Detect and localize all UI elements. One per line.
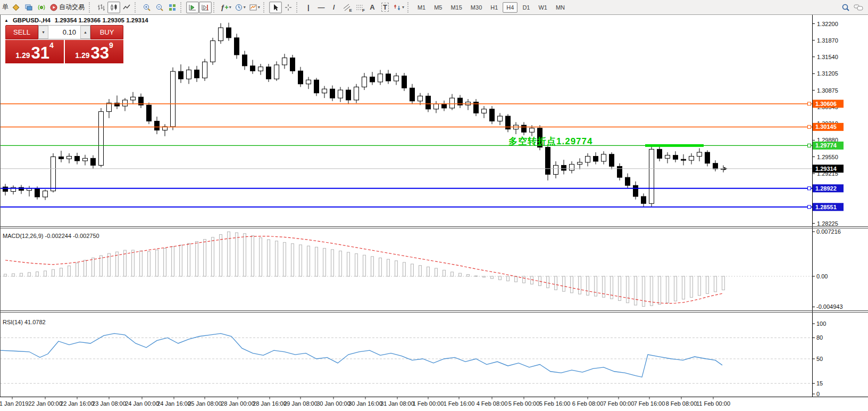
channel-tool-button[interactable]: E: [340, 2, 353, 13]
gold-diamond-button[interactable]: [10, 2, 22, 13]
macd-bar: [371, 257, 374, 276]
buy-price-prefix: 1.29: [75, 51, 89, 60]
collapse-chart-icon[interactable]: ▲: [4, 18, 9, 23]
label-tool-button[interactable]: T: [379, 2, 391, 13]
bear-candle: [402, 76, 407, 88]
chevron-down-icon: ▾: [258, 5, 260, 10]
bear-candle: [426, 96, 431, 109]
timeframe-d1-button[interactable]: D1: [519, 2, 533, 13]
line-chart-button[interactable]: [120, 2, 133, 13]
line-chart-icon: [122, 3, 131, 12]
buy-price-panel[interactable]: 1.29 33 9: [65, 40, 123, 63]
bear-candle: [713, 163, 718, 169]
volume-decrease-button[interactable]: ▼: [38, 26, 48, 39]
macd-bar: [435, 268, 438, 276]
tile-windows-button[interactable]: [166, 2, 179, 13]
search-button[interactable]: [839, 2, 852, 13]
chat-button[interactable]: [852, 2, 865, 13]
zoom-in-button[interactable]: [140, 2, 153, 13]
pivot-trendline-segment[interactable]: [645, 144, 704, 147]
candlestick-chart-button[interactable]: [107, 2, 120, 13]
chart-shift-button[interactable]: [199, 2, 212, 13]
pivot-annotation-text[interactable]: 多空转折点1.29774: [508, 135, 592, 147]
macd-bar: [650, 276, 653, 306]
macd-bar: [260, 238, 262, 276]
macd-bar: [315, 247, 318, 276]
volume-spinner: ▼ ▲: [38, 25, 90, 39]
sell-price-panel[interactable]: 1.29 31 4: [5, 40, 64, 63]
macd-bar: [387, 259, 390, 276]
chart-canvas[interactable]: 1.322001.318701.315401.312051.308751.305…: [0, 15, 868, 411]
one-click-trading-panel: SELL ▼ ▲ BUY 1.29 31 4 1.29 33 9: [5, 25, 123, 63]
sell-button[interactable]: SELL: [5, 25, 38, 39]
trendline-icon: /: [333, 3, 335, 11]
bear-candle: [35, 188, 40, 197]
buy-price-pip: 9: [109, 41, 113, 50]
vertical-line-tool-button[interactable]: |: [302, 2, 315, 13]
label-tool-icon: T: [381, 3, 389, 12]
crosshair-button[interactable]: [282, 2, 295, 13]
price-tick-label: 1.31540: [817, 54, 838, 60]
cursor-button[interactable]: [269, 2, 282, 13]
time-tick-label: 31 Jan 08:00: [380, 400, 414, 407]
timeframe-h4-button[interactable]: H4: [503, 2, 518, 13]
horizontal-line-tool-button[interactable]: —: [315, 2, 328, 13]
new-order-label[interactable]: 单: [1, 3, 10, 12]
macd-bar: [347, 252, 350, 276]
price-tick-label: 1.28225: [817, 220, 838, 227]
macd-bar: [507, 276, 510, 281]
fibonacci-tool-button[interactable]: F: [353, 2, 366, 13]
timeframe-mn-button[interactable]: MN: [552, 2, 569, 13]
macd-bar: [547, 276, 549, 288]
price-tick-label: 1.29550: [817, 154, 838, 160]
fibo-letter: F: [362, 9, 365, 13]
autotrading-button[interactable]: 自动交易: [48, 2, 87, 13]
buy-button[interactable]: BUY: [90, 25, 123, 39]
down-arrow-icon: ▼: [41, 30, 45, 34]
hline-handle[interactable]: [808, 187, 811, 190]
price-badge: 1.29774: [813, 142, 844, 150]
timeframe-m30-button[interactable]: M30: [467, 2, 486, 13]
auto-scroll-button[interactable]: [186, 2, 199, 13]
hline-handle[interactable]: [808, 206, 811, 209]
timeframe-w1-button[interactable]: W1: [535, 2, 551, 13]
bar-chart-button[interactable]: [95, 2, 107, 13]
bear-candle: [195, 70, 199, 78]
svg-text:1.29314: 1.29314: [815, 166, 837, 172]
signal-button[interactable]: [35, 2, 48, 13]
hline-handle[interactable]: [808, 125, 811, 128]
toolbar-grip: [135, 2, 139, 13]
text-tool-button[interactable]: A: [366, 2, 379, 13]
zoom-out-icon: [155, 3, 164, 12]
indicators-button[interactable]: ƒ + ▾: [219, 2, 233, 13]
chart-shift-icon: [201, 3, 210, 12]
templates-button[interactable]: ▾: [247, 2, 262, 13]
volume-input[interactable]: [48, 26, 80, 39]
tile-windows-icon: [168, 3, 177, 12]
zoom-out-button[interactable]: [153, 2, 166, 13]
macd-bar: [635, 276, 637, 305]
time-tick-label: 1 Feb 00:00: [413, 400, 444, 407]
svg-text:1.28551: 1.28551: [815, 204, 837, 210]
volume-increase-button[interactable]: ▲: [80, 26, 90, 39]
bull-candle: [450, 98, 455, 108]
timeframe-h1-button[interactable]: H1: [487, 2, 502, 13]
market-watch-button[interactable]: [22, 2, 35, 13]
arrows-tool-button[interactable]: ▾: [391, 2, 406, 13]
bull-candle: [554, 166, 558, 175]
timeframe-m15-button[interactable]: M15: [447, 2, 465, 13]
timeframe-m5-button[interactable]: M5: [430, 2, 446, 13]
svg-text:1.29774: 1.29774: [815, 142, 837, 149]
sell-price-pip: 4: [49, 41, 54, 50]
price-badge: 1.30145: [813, 123, 844, 131]
hline-handle[interactable]: [808, 102, 811, 105]
macd-bar: [403, 262, 406, 276]
hline-handle[interactable]: [808, 144, 811, 147]
periods-button[interactable]: ▾: [233, 2, 247, 13]
time-tick-label: 30 Jan 16:00: [348, 400, 382, 407]
time-tick-label: 21 Jan 2019: [0, 400, 28, 407]
vertical-line-icon: |: [307, 3, 310, 11]
timeframe-m1-button[interactable]: M1: [414, 2, 429, 13]
trendline-tool-button[interactable]: /: [328, 2, 340, 13]
macd-bar: [291, 244, 294, 276]
